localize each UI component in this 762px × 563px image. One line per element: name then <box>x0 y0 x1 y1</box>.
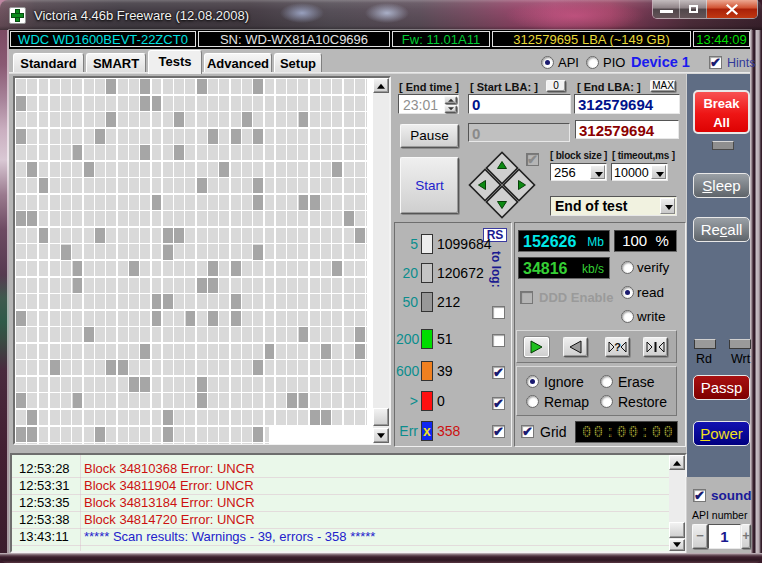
svg-text:?: ? <box>614 341 621 353</box>
